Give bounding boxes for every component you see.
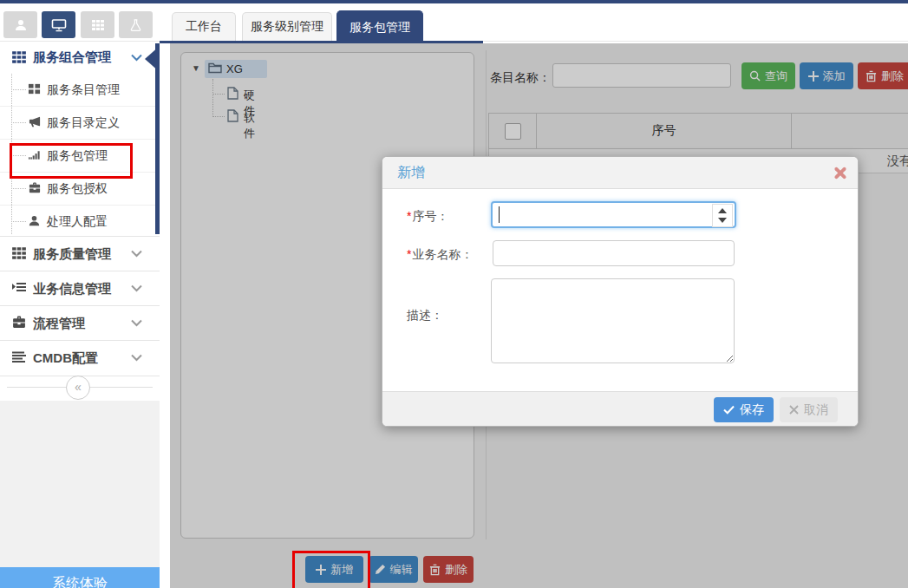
seq-number-input[interactable] [491,201,736,228]
text-caret [499,206,500,223]
business-name-field-label: *业务名称： [407,247,473,263]
close-icon[interactable] [833,167,846,180]
button-label: 保存 [740,402,764,418]
tab-workbench[interactable]: 工作台 [172,12,236,41]
sidebar-item-handler-config[interactable]: 处理人配置 [0,206,155,238]
x-icon [789,405,799,415]
section-label: 流程管理 [33,316,85,332]
active-section-bar [155,43,160,234]
grid-icon [11,245,27,261]
tab-service-level[interactable]: 服务级别管理 [242,12,332,41]
description-textarea[interactable] [491,278,735,363]
seq-field-label: *序号： [407,209,448,225]
sidebar-item-label: 服务目录定义 [47,115,120,131]
flask-icon [129,18,142,32]
monitor-icon-button[interactable] [42,11,75,38]
sidebar-item-service-catalog-def[interactable]: 服务目录定义 [0,107,155,140]
tree-connector [11,122,26,123]
grid-icon [91,18,105,32]
sidebar-section-cmdb-config[interactable]: CMDB配置 [0,340,160,376]
annotation-box-sidebar-service-package [10,143,133,179]
section-label: 服务质量管理 [33,246,111,263]
sidebar-section-process-mgmt[interactable]: 流程管理 [0,305,160,341]
tab-service-package[interactable]: 服务包管理 [336,10,423,42]
button-label: 取消 [804,402,828,418]
sidebar: 服务组合管理 服务条目管理 服务目录定义 [0,43,160,588]
sidebar-collapse-button[interactable]: « [66,376,90,400]
required-mark: * [407,209,411,223]
sidebar-section-service-composition[interactable]: 服务组合管理 [0,43,160,73]
sidebar-item-service-entry-mgmt[interactable]: 服务条目管理 [0,74,155,107]
field-label-text: 序号： [412,209,448,223]
dialog-footer: 保存 取消 [382,391,858,426]
check-icon [723,405,735,415]
description-field-label: 描述： [407,308,443,323]
flask-icon-button[interactable] [119,11,153,38]
tab-label: 服务级别管理 [251,19,323,33]
annotation-box-add-button [292,551,370,588]
field-label-text: 描述： [407,308,443,322]
section-label: 业务信息管理 [33,281,111,297]
tree-connector [11,89,26,90]
spinner-up-icon[interactable] [718,208,727,213]
new-entry-dialog: 新增 *序号： *业务名称： 描述： 保存 [382,156,859,427]
dialog-header[interactable]: 新增 [382,157,858,189]
number-spinner[interactable] [712,204,733,227]
grid-icon [11,49,27,65]
system-experience-button[interactable]: 系统体验 [0,567,160,588]
cancel-button[interactable]: 取消 [780,397,838,422]
sidebar-section-service-quality[interactable]: 服务质量管理 [0,236,160,271]
briefcase-icon [28,181,42,194]
sidebar-item-label: 服务条目管理 [47,82,120,98]
section-label: 服务组合管理 [33,49,111,66]
dialog-title: 新增 [397,164,425,182]
sidebar-item-label: 处理人配置 [47,214,108,230]
monitor-icon [51,18,67,32]
tree-connector [11,221,26,222]
tab-label: 服务包管理 [349,20,410,34]
top-toolbar: 工作台 服务级别管理 服务包管理 [0,3,908,42]
user-icon-button[interactable] [3,11,37,38]
sidebar-item-label: 服务包授权 [47,181,108,197]
lines-icon [11,350,27,363]
field-label-text: 业务名称： [412,247,473,261]
chevron-down-icon [131,284,142,292]
tree-connector [11,188,26,189]
briefcase-icon [11,315,27,330]
person-icon [28,214,41,227]
megaphone-icon [28,115,42,128]
chevron-down-icon [131,250,142,258]
chevron-down-icon [131,319,142,327]
required-mark: * [407,247,411,261]
section-label: CMDB配置 [33,350,98,367]
app-window: 工作台 服务级别管理 服务包管理 服务组合管理 [0,0,908,588]
spinner-down-icon[interactable] [718,218,727,223]
list-icon [11,280,27,294]
chevron-down-icon [131,54,142,62]
grid-icon-button[interactable] [81,11,114,38]
save-button[interactable]: 保存 [714,397,774,422]
footer-label: 系统体验 [52,575,108,588]
grid4-icon [28,82,41,95]
business-name-input[interactable] [493,240,735,266]
tab-label: 工作台 [186,19,222,33]
chevron-down-icon [131,354,142,362]
collapse-icon: « [75,380,82,394]
user-icon [14,18,28,32]
sidebar-section-business-info[interactable]: 业务信息管理 [0,271,160,306]
